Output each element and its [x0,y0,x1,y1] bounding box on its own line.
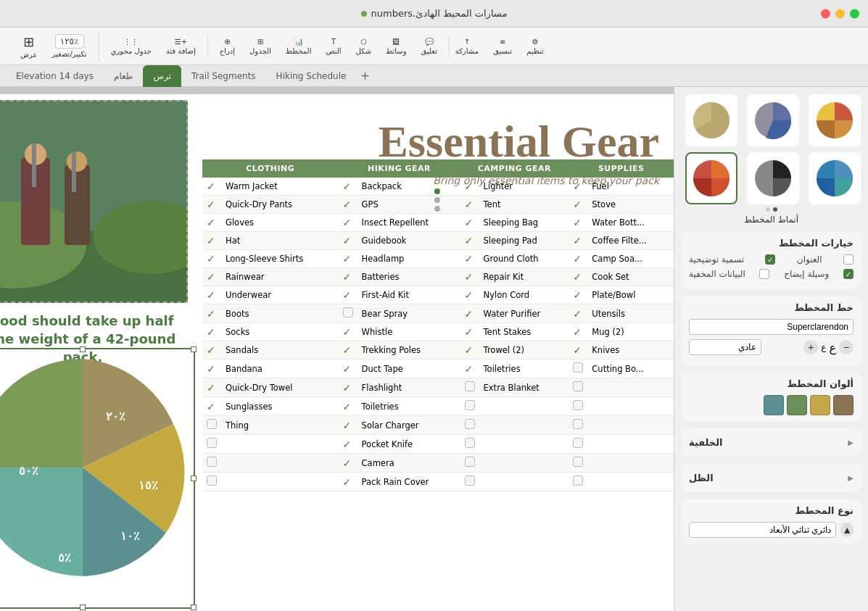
check-cell[interactable] [460,378,479,397]
chart-thumb-4[interactable] [809,152,861,204]
share-button[interactable]: ↑ مشاركة [450,35,484,58]
minimize-button[interactable] [835,9,845,18]
close-button[interactable] [821,9,830,18]
check-cell[interactable] [460,416,479,435]
check-cell[interactable]: ✓ [339,454,357,473]
check-cell[interactable]: ✓ [569,268,587,286]
check-cell[interactable] [339,304,357,323]
check-cell[interactable]: ✓ [339,232,357,250]
color-swatch-4[interactable] [764,395,784,415]
chart-thumb-2[interactable] [747,94,799,146]
tab-hiking[interactable]: Hiking Schedule [266,65,357,87]
chart-type-select[interactable] [689,522,836,538]
check-cell[interactable]: ✓ [202,250,221,268]
check-cell[interactable] [460,473,479,491]
check-cell[interactable]: ✓ [339,178,357,196]
check-cell[interactable]: ✓ [460,359,479,378]
shape-button[interactable]: ⬡ شكل [350,35,377,58]
window-controls[interactable] [821,9,859,18]
check-cell[interactable]: ✓ [339,397,357,416]
check-cell[interactable]: ✓ [569,232,587,250]
media-button[interactable]: 🖼 وسائط [380,35,413,58]
check-cell[interactable] [460,435,479,454]
check-cell[interactable]: ✓ [339,341,357,359]
color-swatch-1[interactable] [833,395,853,415]
label-checkbox[interactable]: ✓ [765,254,775,265]
maximize-button[interactable] [850,9,859,18]
check-cell[interactable]: ✓ [339,473,357,491]
check-cell[interactable]: ✓ [202,196,221,214]
check-cell[interactable] [569,416,587,435]
check-cell[interactable] [460,454,479,473]
check-cell[interactable]: ✓ [202,232,221,250]
check-cell[interactable]: ✓ [460,232,479,250]
color-swatch-2[interactable] [810,395,830,415]
check-cell[interactable]: ✓ [569,323,587,341]
check-cell[interactable]: ✓ [569,178,587,196]
hidden-data-checkbox[interactable]: ✓ [843,269,853,279]
font-size-increase[interactable]: + [803,340,818,354]
comment-button[interactable]: 💬 تعليق [416,35,443,58]
check-cell[interactable]: ✓ [339,214,357,232]
add-field-button[interactable]: ☰+ إضافة فئة [160,35,202,58]
check-cell[interactable]: ✓ [460,196,479,214]
check-cell[interactable] [569,359,587,378]
check-cell[interactable]: ✓ [339,268,357,286]
organize-button[interactable]: ⚙ تنظيم [521,35,550,58]
thumb-dot-1[interactable] [773,207,777,212]
tab-ters[interactable]: ترس [143,65,181,87]
check-cell[interactable]: ✓ [202,378,221,397]
check-cell[interactable]: ✓ [202,341,221,359]
font-name-input[interactable] [689,319,853,335]
table-button[interactable]: ⊞ الجدول [244,35,277,58]
check-cell[interactable]: ✓ [460,214,479,232]
check-cell[interactable]: ✓ [569,286,587,304]
check-cell[interactable]: ✓ [202,286,221,304]
thumb-dot-2[interactable] [766,207,770,212]
chart-thumb-6[interactable] [685,152,737,204]
check-cell[interactable]: ✓ [460,286,479,304]
chart-type-decrease[interactable]: ▲ [840,523,853,537]
check-cell[interactable]: ✓ [339,378,357,397]
check-cell[interactable]: ✓ [460,304,479,323]
check-cell[interactable]: ✓ [569,341,587,359]
check-cell[interactable]: ✓ [202,304,221,323]
check-cell[interactable] [569,454,587,473]
check-cell[interactable] [569,435,587,454]
hidden-data2-checkbox[interactable] [759,269,769,279]
zoom-button[interactable]: ١٢٥٪ تكبير/تصغير [46,31,93,61]
check-cell[interactable]: ✓ [202,323,221,341]
tab-trail[interactable]: Trail Segments [181,65,266,87]
check-cell[interactable]: ✓ [460,250,479,268]
check-cell[interactable]: ✓ [339,359,357,378]
check-cell[interactable]: ✓ [569,214,587,232]
check-cell[interactable]: ✓ [339,250,357,268]
check-cell[interactable] [202,473,221,491]
check-cell[interactable]: ✓ [339,286,357,304]
check-cell[interactable] [569,397,587,416]
check-cell[interactable]: ✓ [460,323,479,341]
check-cell[interactable]: ✓ [339,416,357,435]
title-checkbox[interactable] [843,254,853,265]
check-cell[interactable]: ✓ [460,268,479,286]
check-cell[interactable] [202,454,221,473]
insert-button[interactable]: ⊕ إدراج [214,35,241,58]
chart-button[interactable]: 📊 المخطط [280,35,318,58]
text-button[interactable]: T النص [320,35,347,58]
check-cell[interactable]: ✓ [202,359,221,378]
color-swatch-3[interactable] [787,395,807,415]
check-cell[interactable]: ✓ [460,341,479,359]
check-cell[interactable] [460,397,479,416]
check-cell[interactable]: ✓ [569,196,587,214]
pie-chart-container[interactable]: ٥٠٪ ٢٠٪ ١٥٪ ١٠٪ ٥٪ [0,348,195,609]
shadow-toggle[interactable]: ▶ الظل [689,470,853,486]
view-button[interactable]: ⊞ عرض [15,31,44,62]
check-cell[interactable]: ✓ [339,323,357,341]
check-cell[interactable]: ✓ [460,178,479,196]
background-toggle[interactable]: ▶ الخلفية [689,434,853,451]
format-button[interactable]: ≡ تنسيق [487,35,518,58]
check-cell[interactable] [569,378,587,397]
tab-food[interactable]: طعام [104,65,143,87]
check-cell[interactable]: ✓ [569,304,587,323]
check-cell[interactable]: ✓ [202,397,221,416]
